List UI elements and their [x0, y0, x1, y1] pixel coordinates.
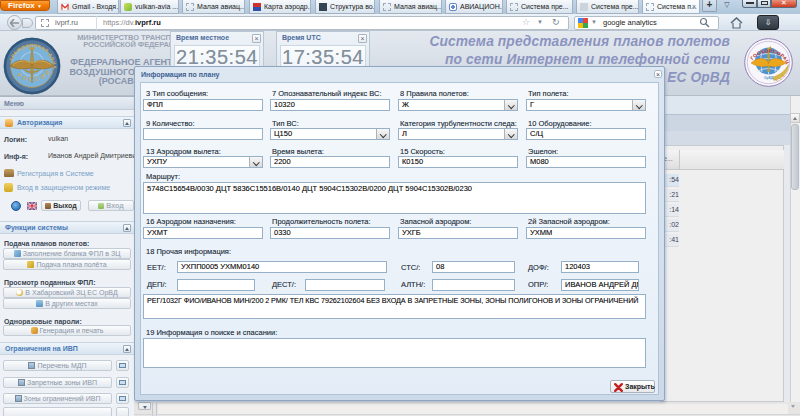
- svg-text:ОрВД: ОрВД: [764, 76, 774, 80]
